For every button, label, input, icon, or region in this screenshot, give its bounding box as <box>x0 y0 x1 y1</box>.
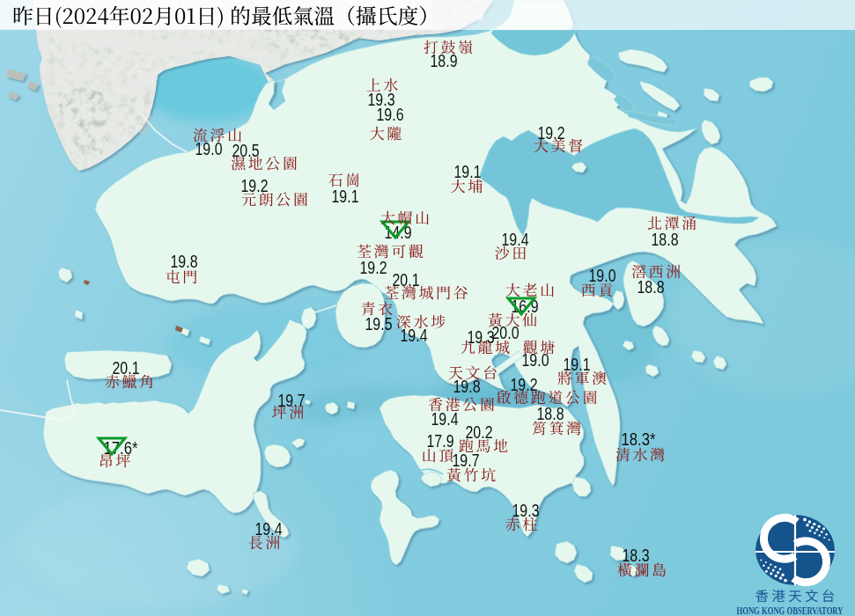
svg-text:19.3: 19.3 <box>512 501 540 520</box>
svg-text:20.5: 20.5 <box>232 141 260 160</box>
svg-text:19.4: 19.4 <box>255 519 283 539</box>
svg-text:18.8: 18.8 <box>638 277 665 297</box>
svg-text:19.4: 19.4 <box>431 409 459 429</box>
svg-text:19.6: 19.6 <box>377 105 404 124</box>
svg-text:19.1: 19.1 <box>454 162 482 181</box>
svg-text:18.3*: 18.3* <box>622 429 656 449</box>
svg-text:19.4: 19.4 <box>401 326 428 345</box>
svg-text:19.1: 19.1 <box>564 355 591 374</box>
svg-text:20.1: 20.1 <box>113 358 140 378</box>
svg-text:19.1: 19.1 <box>332 187 359 206</box>
svg-text:19.8: 19.8 <box>171 252 198 271</box>
svg-text:19.5: 19.5 <box>365 314 393 334</box>
svg-text:19.2: 19.2 <box>241 176 269 195</box>
svg-text:19.8: 19.8 <box>453 377 481 396</box>
svg-text:19.7: 19.7 <box>278 391 306 410</box>
svg-text:18.3: 18.3 <box>623 546 650 565</box>
svg-text:20.1: 20.1 <box>393 270 420 290</box>
svg-text:20.2: 20.2 <box>466 422 493 442</box>
svg-text:HONG KONG OBSERVATORY: HONG KONG OBSERVATORY <box>737 604 844 616</box>
svg-text:17.9: 17.9 <box>427 431 454 451</box>
svg-text:19.2: 19.2 <box>511 375 538 394</box>
svg-text:14.9: 14.9 <box>385 223 412 242</box>
svg-text:18.9: 18.9 <box>431 51 458 70</box>
svg-text:19.0: 19.0 <box>589 266 616 285</box>
svg-text:20.0: 20.0 <box>492 323 520 342</box>
svg-text:18.8: 18.8 <box>537 404 564 423</box>
svg-text:18.8: 18.8 <box>652 230 679 249</box>
svg-text:19.2: 19.2 <box>360 258 387 277</box>
svg-text:19.7: 19.7 <box>453 451 480 470</box>
svg-text:19.4: 19.4 <box>502 230 529 249</box>
